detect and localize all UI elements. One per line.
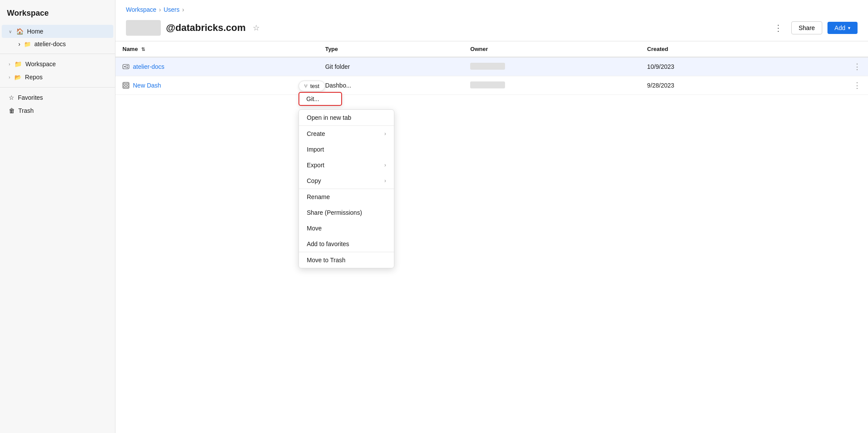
repos-arrow-icon: › [9, 75, 10, 80]
svg-rect-7 [124, 83, 125, 85]
repos-icon: 📂 [14, 74, 21, 81]
share-button[interactable]: Share [791, 21, 822, 34]
breadcrumb-users[interactable]: Users [163, 6, 180, 13]
breadcrumb-sep-2: › [182, 6, 184, 13]
git-highlighted-label: Git... [306, 95, 319, 102]
sidebar-item-label-workspace: Workspace [25, 61, 56, 68]
svg-rect-8 [126, 83, 128, 85]
menu-item-move[interactable]: Move [299, 220, 394, 236]
menu-item-export[interactable]: Export › [299, 157, 394, 173]
sidebar-item-home[interactable]: ∨ 🏠 Home [2, 25, 113, 38]
menu-item-export-label: Export [307, 162, 324, 169]
col-created: Created [640, 41, 789, 57]
add-chevron-icon: ▾ [848, 25, 851, 31]
sidebar-item-label-home: Home [27, 28, 43, 35]
menu-item-import-label: Import [307, 146, 324, 153]
sidebar-item-label-favorites: Favorites [18, 94, 43, 101]
menu-item-share-permissions[interactable]: Share (Permissions) [299, 205, 394, 220]
git-pill-label: test [310, 83, 319, 89]
breadcrumb-sep-1: › [159, 6, 161, 13]
export-chevron-icon: › [384, 162, 386, 168]
svg-point-2 [127, 65, 128, 66]
dashboard-icon [122, 82, 129, 89]
sidebar-item-favorites[interactable]: ☆ Favorites [2, 91, 113, 104]
sidebar-divider-1 [0, 54, 115, 54]
file-name-link-2[interactable]: New Dash [122, 82, 311, 89]
sidebar-item-workspace[interactable]: › 📁 Workspace [2, 58, 113, 71]
col-owner: Owner [463, 41, 640, 57]
file-name-text: atelier-docs [133, 63, 164, 70]
more-options-icon[interactable]: ⋮ [770, 21, 786, 35]
add-button-label: Add [834, 24, 845, 31]
git-highlighted-item[interactable]: Git... [298, 92, 342, 106]
sidebar-item-label-atelier-docs: atelier-docs [34, 41, 66, 47]
file-type-cell: Git folder [318, 57, 463, 76]
menu-item-add-to-favorites[interactable]: Add to favorites [299, 236, 394, 252]
svg-point-3 [127, 67, 128, 68]
svg-rect-9 [124, 86, 125, 88]
row-more-button-2[interactable]: ⋮ [789, 76, 868, 95]
table-header-row: Name ⇅ Type Owner Created [115, 41, 868, 57]
user-avatar [126, 20, 161, 36]
file-created-cell-2: 9/28/2023 [640, 76, 789, 95]
workspace-folder-icon: 📁 [14, 61, 22, 68]
file-created-cell: 10/9/2023 [640, 57, 789, 76]
git-folder-icon [122, 63, 129, 71]
menu-item-rename-label: Rename [307, 193, 330, 200]
table-row: New Dash Dashbo... 9/28/2023 ⋮ [115, 76, 868, 95]
home-icon: 🏠 [16, 28, 24, 35]
page-title: @databricks.com [166, 22, 246, 34]
col-actions [789, 41, 868, 57]
copy-chevron-icon: › [384, 178, 386, 184]
sidebar-divider-2 [0, 87, 115, 88]
breadcrumb: Workspace › Users › [115, 0, 868, 17]
sidebar-item-repos[interactable]: › 📂 Repos [2, 71, 113, 84]
files-table: Name ⇅ Type Owner Created [115, 41, 868, 95]
menu-item-open-new-tab-label: Open in new tab [307, 114, 351, 121]
header-row: @databricks.com ☆ ⋮ Share Add ▾ [115, 17, 868, 41]
home-arrow-icon: ∨ [9, 29, 12, 34]
sidebar: Workspace ∨ 🏠 Home › 📁 atelier-docs › 📁 … [0, 0, 115, 433]
favorites-icon: ☆ [9, 94, 14, 101]
workspace-arrow-icon: › [9, 62, 10, 67]
table-container: Name ⇅ Type Owner Created [115, 41, 868, 433]
file-name-text-2: New Dash [133, 82, 161, 89]
sidebar-item-atelier-docs[interactable]: › 📁 atelier-docs [2, 38, 113, 50]
menu-item-move-to-trash[interactable]: Move to Trash [299, 252, 394, 268]
file-owner-cell [463, 57, 640, 76]
sidebar-item-label-trash: Trash [18, 107, 34, 114]
svg-rect-0 [123, 64, 129, 69]
file-owner-cell-2 [463, 76, 640, 95]
atelier-docs-arrow-icon: › [18, 41, 20, 47]
create-chevron-icon: › [384, 131, 386, 137]
sidebar-item-label-repos: Repos [25, 74, 42, 81]
menu-item-create-label: Create [307, 130, 325, 137]
svg-rect-10 [126, 86, 128, 88]
table-row: atelier-docs Git folder 10/9/2023 ⋮ [115, 57, 868, 76]
menu-item-import[interactable]: Import [299, 142, 394, 157]
add-button[interactable]: Add ▾ [827, 22, 858, 34]
sidebar-title: Workspace [0, 5, 115, 25]
menu-item-share-permissions-label: Share (Permissions) [307, 209, 362, 216]
menu-item-create[interactable]: Create › [299, 126, 394, 142]
breadcrumb-workspace[interactable]: Workspace [126, 6, 156, 13]
menu-item-open-new-tab[interactable]: Open in new tab [299, 110, 394, 125]
menu-item-move-label: Move [307, 225, 322, 232]
menu-item-rename[interactable]: Rename [299, 189, 394, 205]
git-pill[interactable]: ⑂ test [298, 81, 325, 91]
repo-icon: 📁 [24, 41, 31, 47]
file-name-cell: atelier-docs [115, 57, 318, 76]
menu-item-copy-label: Copy [307, 177, 321, 184]
row-more-button-1[interactable]: ⋮ [789, 57, 868, 76]
sort-icon[interactable]: ⇅ [141, 47, 145, 52]
git-branch-icon: ⑂ [304, 83, 308, 89]
menu-item-move-to-trash-label: Move to Trash [307, 257, 346, 264]
sidebar-item-trash[interactable]: 🗑 Trash [2, 104, 113, 117]
menu-item-add-to-favorites-label: Add to favorites [307, 240, 349, 247]
col-type: Type [318, 41, 463, 57]
file-name-link[interactable]: atelier-docs [122, 63, 311, 71]
main-content: Workspace › Users › @databricks.com ☆ ⋮ … [115, 0, 868, 433]
menu-item-copy[interactable]: Copy › [299, 173, 394, 189]
col-name: Name ⇅ [115, 41, 318, 57]
star-icon[interactable]: ☆ [253, 23, 260, 33]
